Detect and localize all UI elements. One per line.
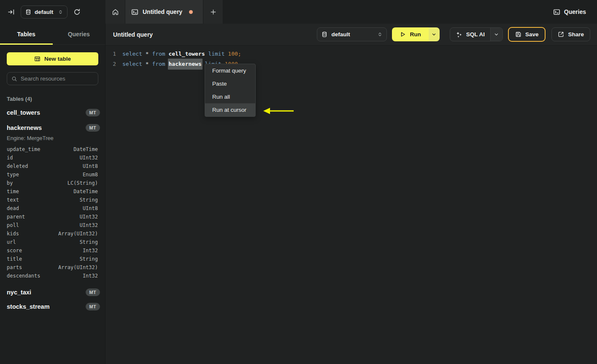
save-button[interactable]: Save [508,27,546,42]
refresh-icon[interactable] [73,8,81,16]
sidebar-collapse-icon[interactable] [8,8,15,16]
sql-table-name: cell_towers [169,49,205,59]
column-name: url [7,239,16,245]
search-icon [11,76,17,82]
run-button-label: Run [410,31,421,38]
new-table-button[interactable]: New table [7,52,98,65]
column-name: text [7,197,19,203]
column-name: update_time [7,146,40,152]
column-row: textString [0,196,105,204]
save-button-label: Save [525,31,539,38]
table-icon [34,56,41,62]
sql-ai-button-label: SQL AI [466,31,485,38]
column-type: UInt32 [80,155,98,161]
context-menu-item-run-at-cursor[interactable]: Run at cursor [205,103,255,116]
query-header: Untitled query default Run [105,24,597,46]
sql-number: 100; [228,49,241,59]
column-row: deletedUInt8 [0,162,105,170]
sidebar: Tables Queries New table Tables (4) [0,24,105,364]
column-row: update_timeDateTime [0,145,105,154]
database-icon [321,31,327,38]
new-tab-button[interactable] [203,0,223,24]
plus-icon [210,9,216,15]
column-type: Array(UInt32) [58,264,98,270]
chevrons-updown-icon [378,32,382,37]
tab-label: Untitled query [143,8,182,15]
sql-ai-button[interactable]: SQL AI [450,28,490,41]
search-input[interactable] [21,75,95,82]
sql-keyword: from [152,49,165,59]
sql-editor[interactable]: 1 select * from cell_towers limit 100; 2… [106,46,597,364]
column-type: UInt32 [80,222,98,228]
sidebar-body: New table [0,45,105,85]
line-number: 2 [106,59,116,69]
sql-console: default Untitled query [0,0,597,364]
database-icon [25,9,31,15]
engine-badge: MT [86,109,100,116]
column-name: time [7,189,19,194]
query-controls: default Run [317,27,590,42]
line-number: 1 [106,49,116,59]
column-row: scoreInt32 [0,246,105,255]
engine-badge: MT [86,289,100,296]
column-name: descendants [7,273,40,279]
column-name: title [7,256,22,262]
table-row-hackernews[interactable]: hackernews MT [7,123,105,132]
database-selector[interactable]: default [21,5,68,19]
sidebar-tab-tables[interactable]: Tables [0,24,53,44]
column-name: parent [7,214,25,220]
column-name: id [7,155,13,161]
queries-button-label: Queries [564,8,586,15]
column-type: String [80,239,98,245]
column-type: String [80,256,98,262]
column-name: dead [7,205,19,211]
run-button[interactable]: Run [392,27,428,41]
column-row: titleString [0,255,105,263]
column-row: deadUInt8 [0,204,105,213]
table-name: stocks_stream [7,303,50,310]
sql-keyword: limit [208,49,224,59]
editor-database-selector[interactable]: default [317,27,387,41]
table-name: cell_towers [7,109,40,116]
database-selector-value: default [35,9,53,15]
column-type: Array(UInt32) [58,231,98,237]
unsaved-dot [189,10,193,14]
column-name: type [7,172,19,178]
table-name: nyc_taxi [7,289,31,296]
home-button[interactable] [105,0,125,24]
chevrons-updown-icon [58,9,63,15]
home-icon [112,8,119,16]
sidebar-tab-queries-label: Queries [68,31,90,38]
context-menu-item-format-query[interactable]: Format query [205,64,255,77]
column-name: kids [7,231,19,237]
chevron-down-icon [432,32,436,37]
column-row: partsArray(UInt32) [0,263,105,272]
context-menu-item-paste[interactable]: Paste [205,77,255,90]
engine-badge: MT [86,124,100,132]
context-menu-item-run-all[interactable]: Run all [205,90,255,103]
sidebar-tab-queries[interactable]: Queries [53,24,105,44]
share-button[interactable]: Share [551,27,590,41]
table-row-nyc-taxi[interactable]: nyc_taxi MT [7,288,105,297]
query-title: Untitled query [113,31,153,38]
column-name: score [7,248,22,253]
tables-section-label: Tables (4) [7,96,105,102]
table-row-stocks-stream[interactable]: stocks_stream MT [7,302,105,311]
table-row-cell-towers[interactable]: cell_towers MT [7,108,105,117]
search-box [7,72,98,85]
code-line-1: select * from cell_towers limit 100; [122,49,241,59]
editor-database-value: default [331,31,350,38]
tab-untitled-query[interactable]: Untitled query [125,0,203,24]
column-row: kidsArray(UInt32) [0,229,105,238]
column-type: Int32 [83,248,98,253]
queries-button[interactable]: Queries [553,0,586,24]
sql-keyword: select [122,49,142,59]
run-options-button[interactable] [429,27,440,41]
chevron-down-icon [494,32,499,37]
column-type: Enum8 [83,172,98,178]
run-button-group: Run [392,27,439,41]
column-row: parentUInt32 [0,213,105,221]
sql-ai-options-button[interactable] [490,28,502,41]
tab-strip: Untitled query [105,0,223,24]
table-name: hackernews [7,124,42,131]
